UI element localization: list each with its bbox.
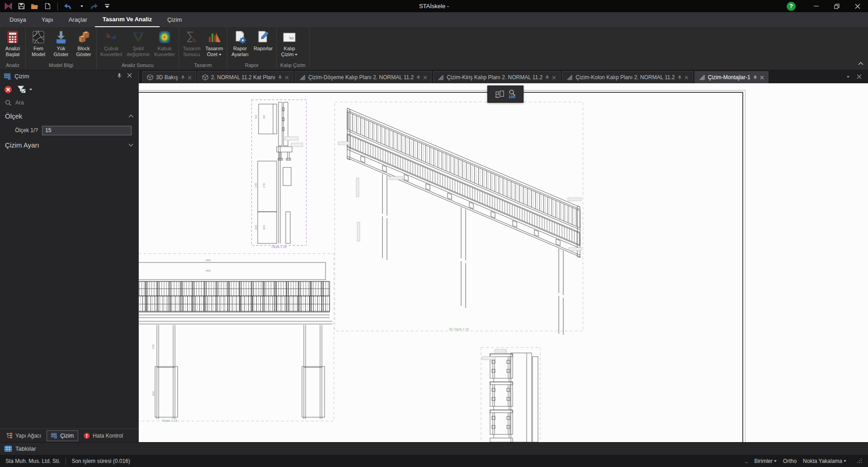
doc-tab-montajlar[interactable]: Çizim-Montajlar-1 [694,71,769,83]
doc-tab-kiris-kalip[interactable]: Çizim-Kiriş Kalıp Planı 2. NORMAL 11.2 [433,71,561,83]
menubar: Dosya Yapı Araçlar Tasarım Ve Analiz Çiz… [0,12,868,27]
restore-button[interactable] [826,0,847,12]
ribbon-group-analiz: Analizi Başlat Analiz [0,27,26,70]
doc-tab-doseme-kalip[interactable]: Çizim-Döşeme Kalıp Planı 2. NORMAL 11.2 [295,71,432,83]
tabbar-close-icon[interactable] [857,74,862,79]
minimize-button[interactable] [806,0,826,12]
tab-close-icon[interactable] [285,76,289,80]
tab-pin-icon[interactable] [753,75,757,80]
tablolar-bar[interactable]: Tablolar [0,442,868,455]
ortho-toggle[interactable]: Ortho [783,458,797,464]
drawing-elevation[interactable]: 8400 6400 1750 1150 Ölçek 1:15 [139,253,336,423]
redo-icon[interactable] [90,2,99,11]
window-title: STAİskele - [0,3,868,10]
group-label-analiz: Analiz [0,62,25,70]
section-olcek[interactable]: Ölçek [0,109,138,123]
tasarim-ozet-button[interactable]: Tasarım Özet [203,29,225,62]
section-cizim-ayari[interactable]: Çizim Ayarı [0,138,138,152]
application-window: STAİskele - [0,0,868,467]
button-label: Tasarım Sonucu [183,46,200,57]
analizi-baslat-button[interactable]: Analizi Başlat [2,29,24,62]
drawing-canvas[interactable]: 100 [139,83,868,442]
menu-item-araclar[interactable]: Araçlar [61,12,95,27]
tab-pin-icon[interactable] [416,75,420,80]
clear-filter-icon[interactable] [4,86,12,94]
tab-list-dropdown-icon[interactable] [847,76,849,78]
kalip-cizim-button[interactable]: A3 Kalıp Çizim [278,29,300,62]
resize-grip[interactable] [857,458,862,464]
menu-item-cizim[interactable]: Çizim [160,12,190,27]
error-check-icon [84,433,90,439]
tab-close-icon[interactable] [552,76,556,80]
svg-text:600: 600 [255,114,257,119]
tab-label: 3D Bakış [156,74,178,81]
panel-close-icon[interactable] [127,73,134,80]
scale-label: Ölçek 1:15 [162,419,177,423]
snap-selector[interactable]: Nokta Yakalama [803,458,846,464]
drawing-column-tower[interactable] [480,347,542,442]
set-square-icon [699,74,705,81]
close-button[interactable] [847,0,868,12]
button-label: Raporlar [254,46,273,52]
scale-field-row: Ölçek 1/? [0,123,138,138]
drawing-column-detail[interactable]: 600 600 1750 1750 1150 1150 Ölçek 1:15 [251,100,307,248]
ribbon-group-tasarim: Tasarım Sonucu Tasarım Özet Tasarım [179,27,227,70]
new-document-icon[interactable] [43,2,52,11]
tab-pin-icon[interactable] [678,75,682,80]
group-label-kalip-cizim: Kalıp Çizim [277,62,309,70]
sheet-border-right [742,92,743,442]
menu-item-yapi[interactable]: Yapı [34,12,61,27]
set-square-icon [299,74,306,81]
bar-forces-icon [104,30,118,44]
menu-item-dosya[interactable]: Dosya [2,12,34,27]
block-goster-button[interactable]: Block Göster [73,29,94,62]
tab-close-icon[interactable] [188,76,192,80]
scale-input[interactable] [42,126,132,135]
fit-page-icon[interactable] [495,91,504,98]
app-logo-icon[interactable] [4,2,13,11]
panel-pin-icon[interactable] [117,73,124,80]
tab-cizim[interactable]: Çizim [47,430,78,441]
drawing-3d-assembly[interactable]: 3D Ölçek 1:15 [335,102,583,335]
tab-pin-icon[interactable] [545,75,549,80]
filter-icon[interactable] [17,86,32,94]
section-label: Ölçek [5,112,22,120]
undo-dropdown-caret-icon[interactable] [76,2,85,11]
cube-3d-icon [147,74,153,81]
tab-pin-icon[interactable] [181,75,185,80]
tab-hata-kontrol[interactable]: Hata Kontrol [79,430,127,441]
sigma-design-icon [184,30,199,44]
rapor-ayarlari-button[interactable]: Rapor Ayarları [229,29,251,62]
tab-yapi-agaci[interactable]: Yapı Ağacı [2,430,46,441]
kabuk-kuvvetler-button: Kabuk Kuvvetler [152,29,177,62]
load-arrow-icon [54,30,68,44]
undo-icon[interactable] [63,2,72,11]
doc-tab-3d-bakis[interactable]: 3D Bakış [142,71,196,83]
view-toolbar: 100 [487,86,524,103]
help-button[interactable]: ? [787,2,796,11]
tab-close-icon[interactable] [423,76,427,80]
units-selector[interactable]: Birimler [754,458,777,464]
ribbon-collapse-chevron-icon[interactable] [858,59,863,67]
open-folder-icon[interactable] [30,2,39,11]
customize-toolbar-icon[interactable] [103,2,112,11]
ribbon-group-analiz-sonucu: Çubuk Kuvvetleri Şekil değiştirme Kabuk … [97,27,179,70]
tab-close-icon[interactable] [760,76,764,80]
yuk-goster-button[interactable]: Yük Göster [50,29,72,62]
menu-item-tasarim-ve-analiz[interactable]: Tasarım Ve Analiz [95,12,160,27]
save-icon[interactable] [17,2,26,11]
reports-icon [256,30,270,44]
tab-pin-icon[interactable] [278,75,282,80]
dropdown-caret-icon [295,54,297,56]
fem-model-button[interactable]: Fem Model [28,29,49,62]
raporlar-button[interactable]: Raporlar [252,29,274,62]
doc-tab-kat-plani[interactable]: 2. NORMAL 11.2 Kat Planı [198,71,293,83]
svg-text:8400: 8400 [206,259,211,262]
summary-chart-icon [207,30,222,44]
button-label: Analizi Başlat [5,46,20,57]
doc-tab-kolon-kalip[interactable]: Çizim-Kolon Kalıp Planı 2. NORMAL 11.2 [562,71,693,83]
svg-text:6400: 6400 [206,269,211,272]
tab-close-icon[interactable] [684,76,689,80]
zoom-level-control[interactable]: 100 [509,90,516,99]
search-input[interactable] [15,100,115,106]
